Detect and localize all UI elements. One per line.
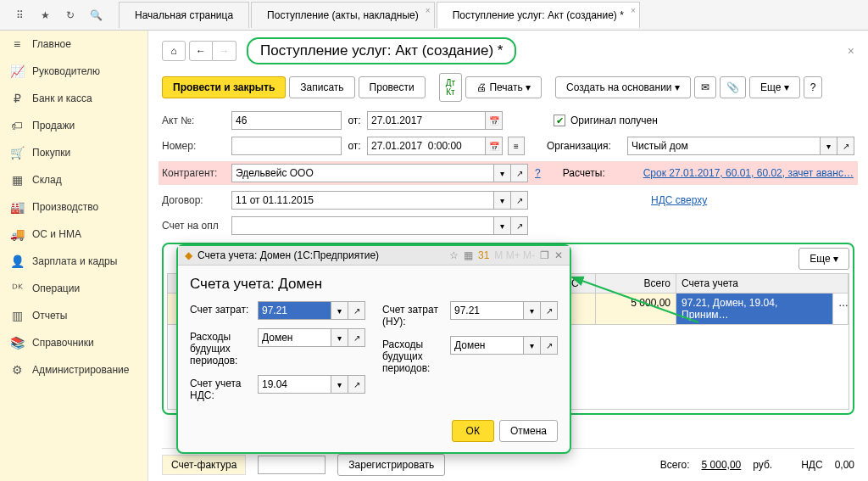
fav-icon[interactable]: ☆ (449, 249, 459, 261)
original-received-checkbox[interactable]: ✔ Оригинал получен (554, 115, 658, 126)
dk-button[interactable]: ДтКт (439, 73, 462, 102)
sidebar-item-production[interactable]: 🏭Производство (0, 193, 147, 221)
open-icon[interactable]: ↗ (837, 137, 854, 155)
truck-icon: 🚚 (10, 227, 24, 241)
sidebar-item-sales[interactable]: 🏷Продажи (0, 112, 147, 139)
sidebar-item-payroll[interactable]: 👤Зарплата и кадры (0, 248, 147, 275)
sidebar-item-operations[interactable]: ᴰᴷОперации (0, 275, 147, 302)
table-more-button[interactable]: Еще ▾ (798, 248, 849, 270)
invoice-no-input[interactable] (258, 456, 326, 474)
vat-link[interactable]: НДС сверху (651, 194, 707, 206)
deferred-input[interactable] (258, 328, 331, 347)
back-button[interactable]: ← (189, 41, 213, 61)
sidebar-item-label: Банк и касса (32, 92, 92, 104)
forward-button[interactable]: → (213, 41, 236, 61)
dropdown-icon[interactable]: ▾ (524, 336, 541, 355)
cost-account-input[interactable] (258, 301, 331, 320)
close-icon[interactable]: × (426, 6, 431, 15)
sidebar-item-assets[interactable]: 🚚ОС и НМА (0, 221, 147, 248)
ellipsis-button[interactable]: … (833, 294, 849, 324)
window-icon[interactable]: ❐ (540, 249, 549, 261)
create-based-button[interactable]: Создать на основании ▾ (555, 76, 691, 98)
sidebar-item-manager[interactable]: 📈Руководителю (0, 58, 147, 85)
calendar-icon[interactable]: 📅 (486, 111, 503, 130)
sidebar: ≡Главное 📈Руководителю ₽Банк и касса 🏷Пр… (0, 31, 148, 481)
sidebar-item-purchases[interactable]: 🛒Покупки (0, 139, 147, 166)
sidebar-item-warehouse[interactable]: ▦Склад (0, 166, 147, 193)
help-link[interactable]: ? (535, 167, 541, 179)
total-value: 5 000,00 (702, 459, 742, 471)
tab-home[interactable]: Начальная страница (119, 2, 249, 28)
close-icon[interactable]: × (631, 6, 636, 15)
calc-icon[interactable]: ▦ (464, 249, 473, 261)
calendar-icon[interactable]: 📅 (486, 137, 503, 155)
sidebar-item-bank[interactable]: ₽Банк и касса (0, 85, 147, 112)
help-button[interactable]: ? (804, 76, 823, 98)
calc-link[interactable]: Срок 27.01.2017, 60.01, 60.02, зачет ава… (643, 167, 854, 179)
act-no-input[interactable] (231, 111, 342, 130)
tab-receipts[interactable]: Поступление (акты, накладные)× (251, 2, 435, 28)
open-icon[interactable]: ↗ (511, 191, 528, 210)
dropdown-icon[interactable]: ▾ (331, 301, 348, 320)
open-icon[interactable]: ↗ (348, 328, 365, 347)
open-icon[interactable]: ↗ (348, 301, 365, 320)
sidebar-item-main[interactable]: ≡Главное (0, 31, 147, 58)
sidebar-item-label: Отчеты (32, 310, 67, 322)
svg-line-0 (580, 280, 698, 322)
print-button[interactable]: 🖨 Печать ▾ (465, 76, 542, 98)
dropdown-icon[interactable]: ▾ (331, 375, 348, 394)
post-close-button[interactable]: Провести и закрыть (162, 76, 286, 98)
m-icon[interactable]: M M+ M- (494, 249, 535, 261)
vat-account-input[interactable] (258, 375, 331, 394)
open-icon[interactable]: ↗ (541, 336, 558, 355)
cal-icon[interactable]: 31 (478, 249, 489, 261)
sidebar-item-label: Администрирование (32, 364, 129, 376)
history-icon[interactable]: ↻ (61, 6, 80, 25)
dropdown-icon[interactable]: ▾ (331, 328, 348, 347)
contract-input[interactable] (231, 191, 494, 210)
ok-button[interactable]: ОК (452, 420, 494, 442)
open-icon[interactable]: ↗ (511, 216, 528, 235)
org-input[interactable] (627, 137, 821, 155)
open-icon[interactable]: ↗ (511, 164, 528, 182)
write-button[interactable]: Записать (289, 76, 354, 98)
act-date-input[interactable] (367, 111, 486, 130)
more-button[interactable]: Еще ▾ (749, 76, 800, 98)
number-date-input[interactable] (367, 137, 486, 155)
dropdown-icon[interactable]: ▾ (494, 164, 511, 182)
cost-account-nu-input[interactable] (450, 301, 524, 320)
extra-icon[interactable]: ≡ (508, 137, 525, 155)
close-icon[interactable]: × (848, 44, 854, 58)
sidebar-item-admin[interactable]: ⚙Администрирование (0, 356, 147, 383)
deferred2-input[interactable] (450, 336, 524, 355)
cancel-button[interactable]: Отмена (499, 420, 558, 442)
from-label: от: (342, 115, 367, 126)
number-label: Номер: (162, 140, 231, 152)
open-icon[interactable]: ↗ (348, 375, 365, 394)
open-icon[interactable]: ↗ (541, 301, 558, 320)
account-input[interactable] (231, 216, 494, 235)
register-button[interactable]: Зарегистрировать (337, 454, 445, 476)
dropdown-icon[interactable]: ▾ (494, 216, 511, 235)
sidebar-item-directories[interactable]: 📚Справочники (0, 329, 147, 356)
dialog-titlebar[interactable]: ◆ Счета учета: Домен (1С:Предприятие) ☆ … (178, 246, 570, 266)
close-icon[interactable]: ✕ (554, 249, 563, 261)
counterparty-input[interactable] (231, 164, 494, 182)
search-icon[interactable]: 🔍 (86, 6, 105, 25)
grid-icon: ▦ (10, 173, 24, 187)
dropdown-icon[interactable]: ▾ (821, 137, 837, 155)
tab-current[interactable]: Поступление услуг: Акт (создание) *× (437, 2, 640, 28)
home-button[interactable]: ⌂ (162, 41, 186, 61)
star-icon[interactable]: ★ (36, 6, 54, 25)
dropdown-icon[interactable]: ▾ (524, 301, 541, 320)
act-no-label: Акт №: (162, 115, 231, 126)
number-input[interactable] (231, 137, 342, 155)
dropdown-icon[interactable]: ▾ (494, 191, 511, 210)
contract-label: Договор: (162, 194, 231, 206)
attach-button[interactable]: 📎 (720, 76, 746, 98)
dialog-titlebar-text: Счета учета: Домен (1С:Предприятие) (198, 249, 379, 261)
sidebar-item-reports[interactable]: ▥Отчеты (0, 302, 147, 329)
post-button[interactable]: Провести (359, 76, 426, 98)
mail-button[interactable]: ✉ (694, 76, 716, 98)
apps-icon[interactable]: ⠿ (10, 6, 29, 25)
